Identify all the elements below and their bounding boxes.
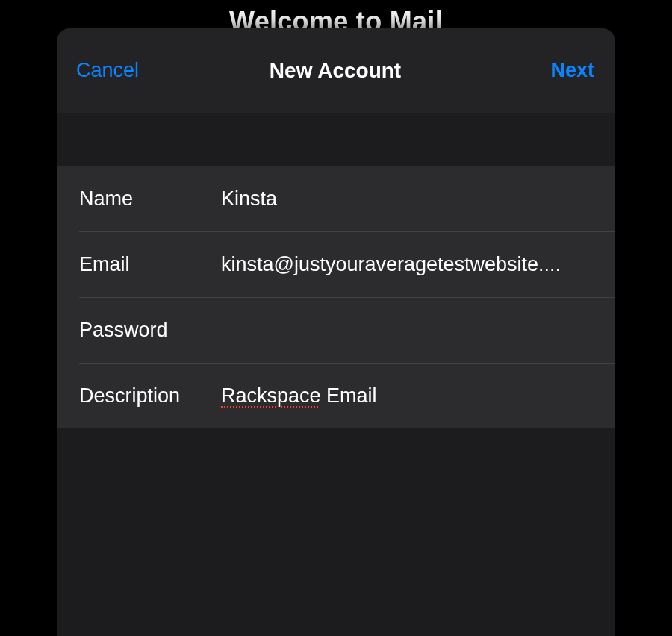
name-input[interactable] <box>221 187 600 211</box>
name-row: Name <box>57 166 615 231</box>
next-button[interactable]: Next <box>497 59 594 82</box>
password-input[interactable] <box>221 319 600 342</box>
password-label: Password <box>79 319 221 342</box>
cancel-button[interactable]: Cancel <box>76 59 173 82</box>
section-gap <box>57 113 615 166</box>
email-label: Email <box>79 253 221 276</box>
account-form-group: Name Email Password Description Rackspac… <box>57 166 615 428</box>
email-row: Email <box>57 231 615 297</box>
name-label: Name <box>79 187 221 211</box>
description-input[interactable]: Rackspace Email <box>221 384 600 408</box>
password-row: Password <box>57 297 615 363</box>
description-row: Description Rackspace Email <box>57 363 615 428</box>
description-label: Description <box>79 384 221 408</box>
description-value-rest: Email <box>321 384 377 407</box>
new-account-sheet: Cancel New Account Next Name Email Passw… <box>57 28 615 636</box>
navbar: Cancel New Account Next <box>57 28 615 113</box>
sheet-title: New Account <box>173 59 497 83</box>
description-value-misspelled: Rackspace <box>221 384 321 407</box>
email-input[interactable] <box>221 253 600 276</box>
